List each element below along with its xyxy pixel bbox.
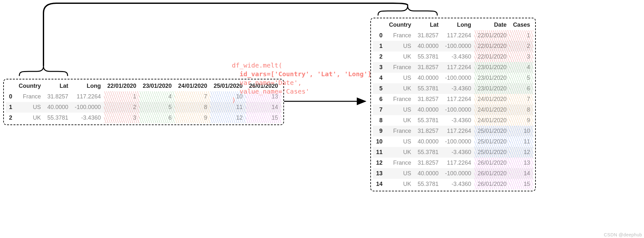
watermark: CSDN @deephub bbox=[604, 232, 642, 237]
cell: 5 bbox=[510, 73, 533, 83]
cell: US bbox=[386, 41, 414, 51]
col-date-0: 22/01/2020 bbox=[104, 81, 139, 91]
col-date-2: 24/01/2020 bbox=[175, 81, 210, 91]
cell: 25/01/2020 bbox=[474, 126, 510, 136]
cell: 40.0000 bbox=[414, 105, 442, 115]
cell: -100.0000 bbox=[71, 102, 104, 113]
row-index: 14 bbox=[373, 179, 386, 189]
cell: 15 bbox=[510, 179, 533, 189]
col-lat: Lat bbox=[44, 81, 71, 91]
cell: UK bbox=[386, 179, 414, 189]
cell: 13 bbox=[510, 158, 533, 168]
col-country: Country bbox=[386, 20, 414, 30]
row-index: 4 bbox=[373, 73, 386, 83]
table-row: 3France31.8257117.226423/01/20204 bbox=[373, 62, 533, 73]
col-cases: Cases bbox=[510, 20, 533, 30]
row-index: 9 bbox=[373, 126, 386, 136]
index-header bbox=[373, 20, 386, 30]
cell: 55.3781 bbox=[414, 147, 442, 158]
cell: -3.4360 bbox=[442, 179, 474, 189]
long-table: Country Lat Long Date Cases 0France31.82… bbox=[373, 20, 533, 189]
cell: 40.0000 bbox=[44, 102, 71, 113]
col-date: Date bbox=[474, 20, 510, 30]
cell: US bbox=[386, 136, 414, 147]
cell: 9 bbox=[175, 113, 210, 123]
cell: 15 bbox=[246, 113, 281, 123]
table-row: 1US40.0000-100.000022/01/20202 bbox=[373, 41, 533, 51]
table-row: 6France31.8257117.226424/01/20207 bbox=[373, 94, 533, 105]
col-country: Country bbox=[15, 81, 44, 91]
cell: 23/01/2020 bbox=[474, 62, 510, 73]
row-index: 2 bbox=[6, 113, 15, 123]
cell: 4 bbox=[139, 91, 175, 102]
cell: 55.3781 bbox=[414, 115, 442, 126]
cell: 117.2264 bbox=[442, 62, 474, 73]
cell: -3.4360 bbox=[442, 147, 474, 158]
table-row: 5UK55.3781-3.436023/01/20206 bbox=[373, 83, 533, 94]
table-row: 11UK55.3781-3.436025/01/202012 bbox=[373, 147, 533, 158]
cell: 31.8257 bbox=[414, 94, 442, 105]
cell: 26/01/2020 bbox=[474, 168, 510, 179]
cell: UK bbox=[386, 147, 414, 158]
cell: 117.2264 bbox=[71, 91, 104, 102]
cell: France bbox=[386, 94, 414, 105]
table-row: 13US40.0000-100.000026/01/202014 bbox=[373, 168, 533, 179]
row-index: 6 bbox=[373, 94, 386, 105]
long-dataframe: Country Lat Long Date Cases 0France31.82… bbox=[370, 18, 536, 191]
cell: 40.0000 bbox=[414, 73, 442, 83]
row-index: 1 bbox=[6, 102, 15, 113]
cell: 23/01/2020 bbox=[474, 73, 510, 83]
row-index: 11 bbox=[373, 147, 386, 158]
cell: UK bbox=[15, 113, 44, 123]
cell: 6 bbox=[510, 83, 533, 94]
cell: 4 bbox=[510, 62, 533, 73]
cell: -3.4360 bbox=[442, 115, 474, 126]
table-row: 4US40.0000-100.000023/01/20205 bbox=[373, 73, 533, 83]
col-long: Long bbox=[442, 20, 474, 30]
cell: 26/01/2020 bbox=[474, 179, 510, 189]
cell: 25/01/2020 bbox=[474, 136, 510, 147]
code-line: ) bbox=[232, 96, 236, 104]
cell: 55.3781 bbox=[414, 179, 442, 189]
cell: France bbox=[15, 91, 44, 102]
cell: UK bbox=[386, 83, 414, 94]
table-header-row: Country Lat Long Date Cases bbox=[373, 20, 533, 30]
table-row: 10US40.0000-100.000025/01/202011 bbox=[373, 136, 533, 147]
cell: 6 bbox=[139, 113, 175, 123]
cell: 24/01/2020 bbox=[474, 105, 510, 115]
cell: 117.2264 bbox=[442, 158, 474, 168]
cell: -100.0000 bbox=[442, 73, 474, 83]
table-row: 8UK55.3781-3.436024/01/20209 bbox=[373, 115, 533, 126]
cell: 14 bbox=[510, 168, 533, 179]
melt-code: df_wide.melt( id_vars=['Country', 'Lat',… bbox=[232, 61, 375, 105]
cell: 55.3781 bbox=[44, 113, 71, 123]
cell: 24/01/2020 bbox=[474, 115, 510, 126]
row-index: 2 bbox=[373, 51, 386, 62]
cell: 3 bbox=[104, 113, 139, 123]
brace-right-icon bbox=[378, 5, 437, 15]
cell: 31.8257 bbox=[414, 126, 442, 136]
cell: 31.8257 bbox=[44, 91, 71, 102]
code-line: value_name='Cases' bbox=[232, 87, 309, 95]
cell: -3.4360 bbox=[71, 113, 104, 123]
cell: -100.0000 bbox=[442, 168, 474, 179]
row-index: 13 bbox=[373, 168, 386, 179]
col-lat: Lat bbox=[414, 20, 442, 30]
cell: 8 bbox=[175, 102, 210, 113]
cell: -3.4360 bbox=[442, 83, 474, 94]
cell: 117.2264 bbox=[442, 94, 474, 105]
cell: -3.4360 bbox=[442, 51, 474, 62]
cell: France bbox=[386, 30, 414, 41]
cell: US bbox=[386, 168, 414, 179]
cell: 9 bbox=[510, 115, 533, 126]
cell: France bbox=[386, 62, 414, 73]
cell: 40.0000 bbox=[414, 41, 442, 51]
cell: 5 bbox=[139, 102, 175, 113]
row-index: 10 bbox=[373, 136, 386, 147]
cell: -100.0000 bbox=[442, 41, 474, 51]
cell: 12 bbox=[510, 147, 533, 158]
cell: 40.0000 bbox=[414, 136, 442, 147]
table-row: 0France31.8257117.226422/01/20201 bbox=[373, 30, 533, 41]
cell: 7 bbox=[510, 94, 533, 105]
code-line: df_wide.melt( bbox=[232, 61, 282, 69]
